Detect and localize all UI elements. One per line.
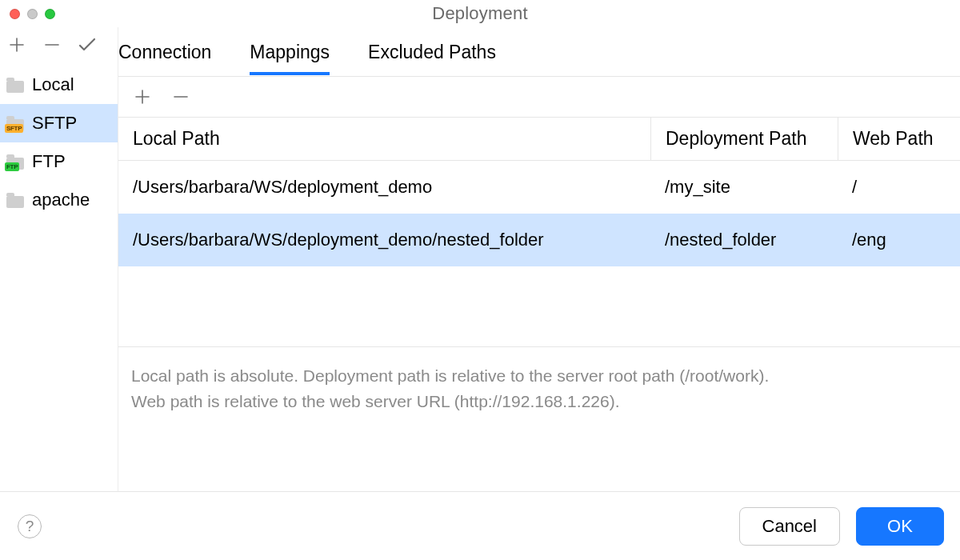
table-row[interactable]: /Users/barbara/WS/deployment_demo /my_si… (118, 161, 960, 214)
server-label: apache (32, 190, 90, 210)
dialog-footer: ? Cancel OK (0, 491, 960, 560)
folder-icon (6, 77, 26, 93)
footer-actions: Cancel OK (739, 507, 944, 546)
main-panel: Connection Mappings Excluded Paths Local… (118, 27, 960, 491)
dialog-body: Local SFTP SFTP FTP FTP (0, 27, 960, 491)
col-header-local[interactable]: Local Path (118, 128, 650, 150)
protocol-badge: SFTP (5, 124, 23, 133)
cancel-button[interactable]: Cancel (739, 507, 840, 546)
mapping-toolbar (118, 77, 960, 117)
cell-deployment-path[interactable]: /nested_folder (650, 214, 838, 266)
folder-icon (6, 192, 26, 208)
server-label: Local (32, 74, 74, 95)
server-item-ftp[interactable]: FTP FTP (0, 142, 118, 181)
mappings-table: Local Path Deployment Path Web Path /Use… (118, 117, 960, 346)
server-label: SFTP (32, 113, 77, 134)
plus-icon (135, 90, 150, 104)
protocol-badge: FTP (5, 162, 19, 171)
close-window-button[interactable] (10, 9, 20, 19)
zoom-window-button[interactable] (45, 9, 55, 19)
server-item-local[interactable]: Local (0, 66, 118, 104)
help-button[interactable]: ? (18, 514, 42, 538)
table-row[interactable]: /Users/barbara/WS/deployment_demo/nested… (118, 214, 960, 266)
table-header: Local Path Deployment Path Web Path (118, 118, 960, 161)
window-title: Deployment (432, 3, 527, 24)
titlebar: Deployment (0, 0, 960, 27)
col-header-deployment[interactable]: Deployment Path (650, 118, 838, 160)
folder-icon: SFTP (6, 115, 26, 131)
window-controls (10, 9, 55, 19)
deployment-dialog: Deployment Local (0, 0, 960, 560)
add-mapping-button[interactable] (133, 87, 152, 106)
question-icon: ? (26, 518, 34, 535)
remove-server-button[interactable] (42, 34, 62, 55)
minus-icon (45, 38, 59, 52)
remove-mapping-button[interactable] (171, 87, 190, 106)
cell-web-path[interactable]: /eng (838, 214, 960, 266)
tab-connection[interactable]: Connection (118, 29, 211, 74)
server-label: FTP (32, 151, 66, 172)
minimize-window-button[interactable] (27, 9, 38, 19)
tab-excluded-paths[interactable]: Excluded Paths (368, 29, 496, 74)
tab-mappings[interactable]: Mappings (250, 29, 330, 74)
cell-local-path[interactable]: /Users/barbara/WS/deployment_demo/nested… (118, 230, 650, 250)
col-header-web[interactable]: Web Path (838, 118, 960, 160)
server-toolbar (0, 27, 118, 62)
hint-line: Web path is relative to the web server U… (131, 389, 947, 414)
table-empty-area (118, 266, 960, 346)
cell-deployment-path[interactable]: /my_site (650, 161, 838, 214)
folder-icon: FTP (6, 154, 26, 170)
set-default-server-button[interactable] (77, 34, 98, 55)
mapping-hint: Local path is absolute. Deployment path … (118, 346, 960, 436)
minus-icon (174, 90, 188, 104)
server-list: Local SFTP SFTP FTP FTP (0, 62, 118, 219)
cell-local-path[interactable]: /Users/barbara/WS/deployment_demo (118, 177, 650, 198)
tab-bar: Connection Mappings Excluded Paths (118, 27, 960, 77)
cell-web-path[interactable]: / (838, 161, 960, 214)
server-item-apache[interactable]: apache (0, 181, 118, 219)
hint-line: Local path is absolute. Deployment path … (131, 363, 947, 389)
server-item-sftp[interactable]: SFTP SFTP (0, 104, 118, 142)
ok-button[interactable]: OK (856, 507, 944, 546)
add-server-button[interactable] (6, 34, 27, 55)
checkmark-icon (78, 38, 96, 52)
plus-icon (10, 38, 24, 52)
server-sidebar: Local SFTP SFTP FTP FTP (0, 27, 118, 491)
